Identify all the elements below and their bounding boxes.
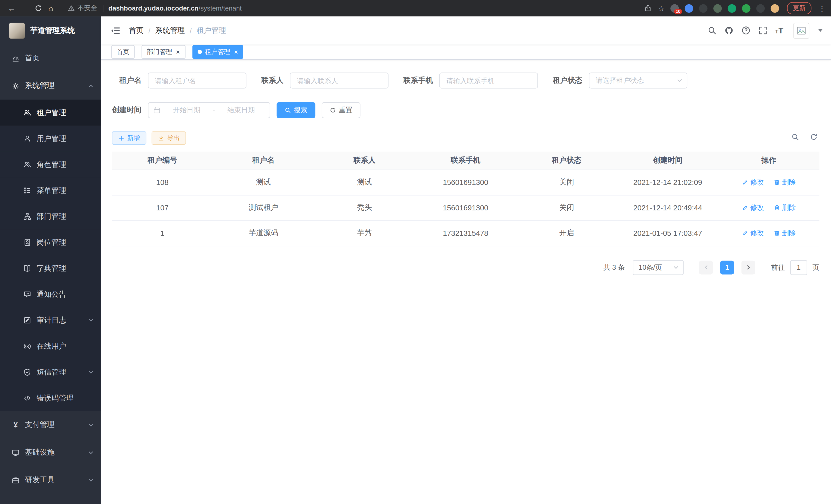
- extension-icon-dark-1[interactable]: [699, 4, 708, 12]
- breadcrumb-system[interactable]: 系统管理: [155, 26, 185, 35]
- contact-input[interactable]: [290, 73, 389, 89]
- page-size-value: 10条/页: [638, 263, 662, 272]
- page-number-button[interactable]: 1: [720, 261, 734, 274]
- goto-label: 前往: [771, 263, 785, 272]
- prev-page-button[interactable]: [699, 261, 713, 274]
- page-size-select[interactable]: 10条/页: [633, 260, 684, 275]
- browser-back-icon[interactable]: ←: [5, 2, 18, 14]
- tab-dept[interactable]: 部门管理 ×: [142, 45, 185, 59]
- sidebar-item-dev-tools[interactable]: 研发工具: [0, 466, 101, 494]
- chrome-update-button[interactable]: 更新: [787, 2, 811, 14]
- delete-link[interactable]: 删除: [773, 228, 796, 238]
- browser-refresh-icon[interactable]: [32, 2, 45, 14]
- tenant-name-input[interactable]: [148, 73, 247, 89]
- next-page-button[interactable]: [741, 261, 755, 274]
- tab-close-icon[interactable]: ×: [176, 49, 180, 56]
- sidebar-item-label: 支付管理: [25, 420, 55, 430]
- share-icon[interactable]: [644, 4, 652, 12]
- puzzle-extensions-icon[interactable]: [756, 4, 765, 12]
- bookmark-star-icon[interactable]: ☆: [658, 4, 664, 12]
- edit-link[interactable]: 修改: [742, 178, 764, 187]
- toggle-search-icon[interactable]: [791, 133, 799, 143]
- sidebar-item-sms[interactable]: 短信管理: [0, 359, 101, 385]
- date-range-picker[interactable]: 开始日期 - 结束日期: [148, 102, 270, 118]
- date-start-placeholder[interactable]: 开始日期: [163, 105, 210, 115]
- edit-link[interactable]: 修改: [742, 203, 764, 212]
- cell-created: 2021-12-14 21:02:09: [617, 170, 718, 195]
- column-header: 租户状态: [516, 152, 617, 170]
- extension-icon-blue[interactable]: [685, 4, 693, 12]
- extension-icon-badged[interactable]: 10: [670, 4, 679, 12]
- plus-icon: [118, 135, 125, 141]
- pencil-icon: [742, 179, 748, 185]
- org-tree-icon: [23, 212, 31, 220]
- sidebar-item-label: 短信管理: [36, 367, 66, 377]
- breadcrumb-home[interactable]: 首页: [129, 26, 144, 35]
- sidebar-toggle-icon[interactable]: [110, 25, 121, 36]
- filter-label: 联系人: [261, 76, 284, 85]
- id-badge-icon: [23, 238, 31, 246]
- sidebar-item-dict[interactable]: 字典管理: [0, 255, 101, 281]
- sidebar-item-infrastructure[interactable]: 基础设施: [0, 439, 101, 466]
- cell-tenant-id: 107: [112, 195, 213, 220]
- sidebar-item-payment[interactable]: ¥ 支付管理: [0, 411, 101, 439]
- column-header: 联系人: [314, 152, 415, 170]
- sidebar-item-audit-log[interactable]: 审计日志: [0, 307, 101, 333]
- url-host: dashboard.yudao.iocoder.cn: [109, 5, 199, 12]
- sidebar-item-online-users[interactable]: 在线用户: [0, 333, 101, 359]
- extension-icon-dark-2[interactable]: [713, 4, 722, 12]
- status-select[interactable]: 请选择租户状态: [589, 73, 687, 89]
- mobile-input[interactable]: [439, 73, 538, 89]
- user-avatar[interactable]: [794, 23, 809, 38]
- browser-menu-icon[interactable]: ⋮: [819, 4, 826, 12]
- address-bar[interactable]: 不安全 dashboard.yudao.iocoder.cn/system/te…: [68, 4, 241, 12]
- chevron-right-icon: [745, 264, 751, 270]
- search-button[interactable]: 搜索: [277, 102, 316, 118]
- tab-home[interactable]: 首页: [111, 45, 135, 59]
- sidebar-item-home[interactable]: 首页: [0, 45, 101, 72]
- chevron-down-icon: [673, 264, 679, 270]
- reset-button[interactable]: 重置: [322, 102, 361, 118]
- font-size-icon[interactable]: TT: [775, 26, 783, 34]
- delete-link[interactable]: 删除: [773, 203, 796, 212]
- date-end-placeholder[interactable]: 结束日期: [217, 105, 265, 115]
- avatar-caret-icon[interactable]: [819, 29, 823, 32]
- sidebar-item-label: 首页: [25, 53, 40, 63]
- sidebar-item-error-code[interactable]: 错误码管理: [0, 385, 101, 411]
- extension-icon-green[interactable]: [742, 4, 751, 12]
- extension-icon-green-check[interactable]: [728, 4, 736, 12]
- sidebar-item-dept[interactable]: 部门管理: [0, 203, 101, 229]
- add-button[interactable]: 新增: [112, 131, 146, 145]
- tab-tenant[interactable]: 租户管理 ×: [192, 45, 243, 59]
- sidebar-item-post[interactable]: 岗位管理: [0, 229, 101, 255]
- sidebar-item-tenant[interactable]: 租户管理: [0, 100, 101, 126]
- search-icon[interactable]: [708, 26, 716, 35]
- github-icon[interactable]: [724, 26, 733, 35]
- export-button[interactable]: 导出: [152, 131, 186, 145]
- edit-link[interactable]: 修改: [742, 228, 764, 238]
- table-row: 1 芋道源码 芋艿 17321315478 开启 2021-01-05 17:0…: [112, 220, 819, 246]
- fullscreen-icon[interactable]: [758, 26, 767, 35]
- table-header-row: 租户编号 租户名 联系人 联系手机 租户状态 创建时间 操作: [112, 152, 819, 170]
- browser-home-icon[interactable]: ⌂: [45, 2, 57, 14]
- sidebar-item-notice[interactable]: 通知公告: [0, 281, 101, 307]
- page-content: 租户名 联系人 联系手机 租户状态 请选择租户状态: [101, 60, 831, 504]
- screen: ← ⌂ 不安全 dashboard.yudao.iocoder.cn/syste…: [0, 0, 831, 504]
- sidebar-item-label: 岗位管理: [36, 238, 66, 247]
- profile-avatar-icon[interactable]: [771, 4, 779, 12]
- refresh-table-icon[interactable]: [810, 133, 818, 143]
- table-row: 107 测试租户 秃头 15601691300 关闭 2021-12-14 20…: [112, 195, 819, 220]
- sidebar-item-system[interactable]: 系统管理: [0, 72, 101, 100]
- sidebar-item-role[interactable]: 角色管理: [0, 152, 101, 178]
- sidebar-item-user[interactable]: 用户管理: [0, 126, 101, 152]
- breadcrumb-separator: /: [190, 26, 192, 35]
- sidebar-logo[interactable]: 芋道管理系统: [0, 17, 101, 45]
- help-icon[interactable]: [741, 26, 750, 35]
- goto-page-input[interactable]: [790, 260, 807, 275]
- delete-link[interactable]: 删除: [773, 178, 796, 187]
- warning-icon: [68, 5, 75, 12]
- sidebar-item-menu[interactable]: 菜单管理: [0, 178, 101, 203]
- chevron-down-icon: [88, 449, 94, 455]
- tab-close-icon[interactable]: ×: [234, 49, 238, 56]
- tenant-table: 租户编号 租户名 联系人 联系手机 租户状态 创建时间 操作 108 测试 测试: [112, 152, 819, 246]
